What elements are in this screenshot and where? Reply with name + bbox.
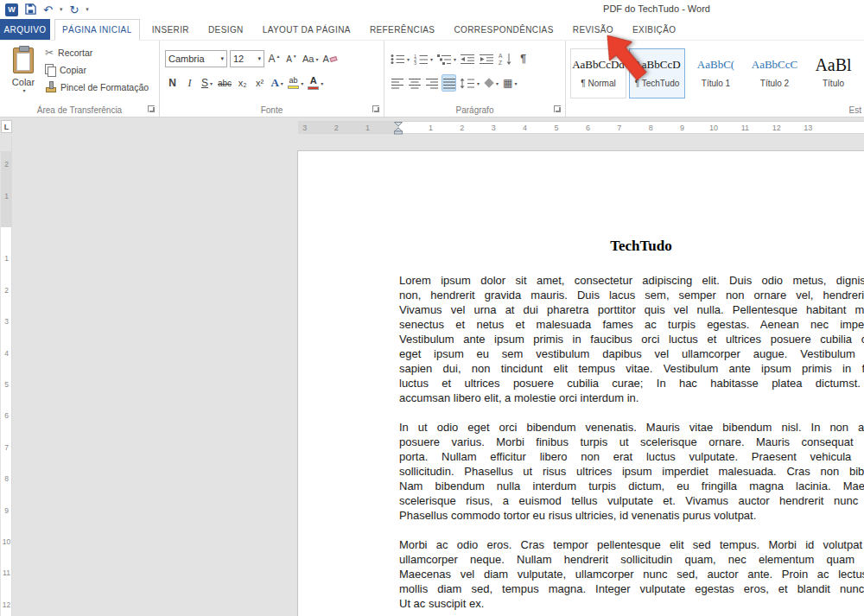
subscript-button[interactable]: x₂ [235, 74, 250, 92]
ribbon: Colar ▾ ✂ Recortar Copiar Pincel de Form… [0, 41, 864, 117]
format-painter-button[interactable]: Pincel de Formatação [45, 81, 149, 92]
multilevel-list-icon [437, 54, 452, 65]
undo-dropdown-icon[interactable]: ▾ [60, 6, 63, 13]
tab-correspondencias[interactable]: CORRESPONDÊNCIAS [447, 19, 560, 40]
down-arrow-icon: ▼ [293, 54, 297, 59]
redo-button[interactable]: ↻ [69, 4, 79, 16]
ruler-number: 11 [1, 568, 12, 577]
shrink-font-button[interactable]: A▼ [284, 50, 299, 67]
tab-exibicao[interactable]: EXIBIÇÃO [626, 19, 683, 40]
text-line: Ut ac suscipit ex. [399, 596, 864, 611]
sort-button[interactable]: AZ [498, 50, 513, 67]
decrease-indent-button[interactable] [460, 50, 476, 67]
cut-button[interactable]: ✂ Recortar [45, 48, 149, 58]
text-line: In ut odio eget orci bibendum venenatis.… [399, 420, 864, 435]
tab-referencias[interactable]: REFERÊNCIAS [363, 19, 442, 40]
font-dialog-launcher[interactable] [372, 105, 379, 112]
ruler-number: 12 [1, 600, 12, 609]
word-logo-icon[interactable]: W [5, 3, 18, 16]
ruler-number: 1 [1, 192, 12, 200]
text-line: scelerisque risus, a euismod tellus vulp… [399, 493, 864, 508]
font-color-button[interactable]: A ▾ [307, 74, 324, 92]
tab-inserir[interactable]: INSERIR [145, 19, 196, 40]
text-line: Vestibulum ante ipsum primis in faucibus… [399, 332, 864, 346]
align-left-button[interactable] [390, 74, 404, 92]
strikethrough-button[interactable]: abc [217, 74, 232, 92]
font-size-select[interactable]: 12 ▾ [230, 50, 264, 67]
change-case-button[interactable]: Aa▾ [302, 50, 319, 67]
text-line: accumsan libero elit, a molestie orci in… [399, 391, 864, 405]
borders-grid-icon: ▦ [503, 77, 512, 89]
save-button[interactable] [25, 3, 36, 16]
chevron-down-icon: ▾ [220, 55, 224, 62]
text-line: eget ipsum eu sem vestibulum dapibus vel… [399, 346, 864, 361]
v-ruler-gap [1, 137, 11, 151]
horizontal-ruler[interactable]: L 32112345678910111213 [0, 117, 864, 137]
ruler-number: 8 [645, 123, 656, 133]
font-name-select[interactable]: Cambria ▾ [165, 50, 227, 67]
text-line: sapien dui, non tincidunt elit tempus vi… [399, 361, 864, 376]
v-ruler[interactable]: 21123456789101112 [1, 137, 12, 616]
indent-markers[interactable] [394, 122, 403, 135]
chevron-down-icon: ▾ [321, 80, 323, 86]
font-color-bar [308, 86, 319, 90]
grow-font-button[interactable]: A▲ [267, 50, 282, 67]
ruler-number: 3 [1, 317, 12, 326]
style-card-titulo[interactable]: AaBl Título [805, 48, 861, 98]
document-text[interactable]: Lorem ipsum dolor sit amet, consectetur … [399, 273, 864, 611]
chevron-down-icon: ▾ [257, 55, 261, 62]
show-marks-button[interactable]: ¶ [516, 50, 530, 67]
paste-button[interactable]: Colar ▾ [4, 44, 42, 103]
ruler-number: 5 [1, 380, 12, 389]
tab-layout-da-pagina[interactable]: LAYOUT DA PÁGINA [256, 19, 358, 40]
tab-arquivo[interactable]: ARQUIVO [0, 19, 50, 40]
align-center-button[interactable] [407, 74, 422, 92]
title-bar: W ↶ ▾ ↻ ▾ PDF do TechTudo - Word [0, 0, 864, 19]
multilevel-list-button[interactable]: ▾ [436, 50, 457, 67]
style-preview: AaBbC( [689, 54, 743, 76]
numbering-button[interactable]: 123 ▾ [413, 50, 434, 67]
superscript-button[interactable]: x² [252, 74, 267, 92]
highlight-button[interactable]: ab ▾ [287, 74, 304, 92]
text-line: luctus et ultrices posuere cubilia curae… [399, 376, 864, 391]
customize-qat-icon[interactable]: ▾ [86, 6, 89, 13]
tab-design[interactable]: DESIGN [201, 19, 251, 40]
highlight-color-bar [288, 86, 299, 89]
bullets-button[interactable]: ▾ [390, 50, 410, 67]
page[interactable]: TechTudo Lorem ipsum dolor sit amet, con… [298, 151, 864, 616]
style-card-titulo2[interactable]: AaBbCcC Título 2 [746, 48, 803, 98]
underline-button[interactable]: S▾ [200, 74, 214, 92]
borders-button[interactable]: ▦▾ [502, 74, 518, 92]
tab-selector[interactable]: L [1, 120, 12, 133]
paragraph-dialog-launcher[interactable] [554, 105, 561, 112]
increase-indent-button[interactable] [479, 50, 495, 67]
justify-button[interactable] [442, 74, 456, 92]
ruler-number: 2 [1, 160, 12, 168]
tab-pagina-inicial[interactable]: PÁGINA INICIAL [54, 19, 140, 41]
paint-bucket-icon [484, 78, 493, 87]
document-area[interactable]: TechTudo Lorem ipsum dolor sit amet, con… [0, 137, 864, 616]
text-effects-button[interactable]: A▾ [270, 74, 284, 92]
line-spacing-button[interactable]: ▾ [459, 74, 480, 92]
style-card-titulo1[interactable]: AaBbC( Título 1 [688, 48, 744, 98]
undo-button[interactable]: ↶ [43, 4, 53, 16]
h-ruler-margin [298, 122, 399, 133]
ruler-number: 1 [425, 123, 435, 133]
h-ruler-band[interactable]: 32112345678910111213 [298, 121, 864, 134]
ruler-number: 4 [520, 123, 530, 133]
eraser-icon [329, 55, 337, 61]
scissors-icon: ✂ [45, 48, 54, 58]
ruler-number: 10 [708, 123, 719, 133]
italic-button[interactable]: I [182, 74, 197, 92]
shading-button[interactable]: ▾ [483, 74, 499, 92]
style-label: Título [806, 79, 861, 88]
sort-az-icon: AZ [499, 53, 512, 65]
bold-button[interactable]: N [165, 74, 180, 92]
copy-icon [45, 64, 55, 75]
copy-button[interactable]: Copiar [45, 64, 149, 75]
clear-formatting-button[interactable]: A [321, 50, 337, 67]
align-right-button[interactable] [424, 74, 439, 92]
clipboard-dialog-launcher[interactable] [148, 105, 155, 112]
chevron-down-icon: ▾ [315, 56, 318, 62]
ruler-number: 2 [1, 286, 12, 295]
